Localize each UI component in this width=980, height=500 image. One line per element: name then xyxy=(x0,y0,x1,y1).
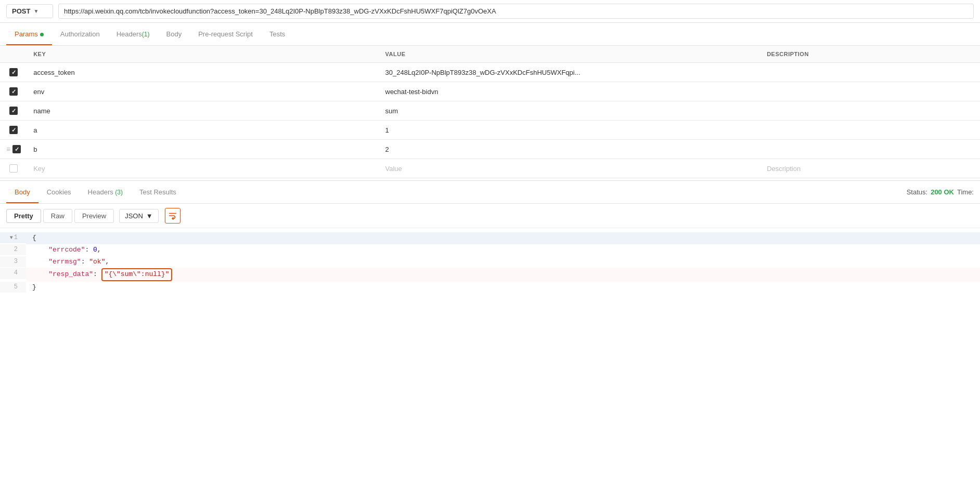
row-4-value[interactable]: 2 xyxy=(379,140,761,159)
table-row: env wechat-test-bidvn xyxy=(0,82,980,101)
response-tab-test-results[interactable]: Test Results xyxy=(131,181,185,203)
format-type-arrow: ▼ xyxy=(146,212,153,220)
table-row: name sum xyxy=(0,101,980,121)
unchecked-checkbox[interactable] xyxy=(9,164,18,173)
line-content-4: "resp_data": "{\"sum\":null}" xyxy=(26,268,980,282)
format-pretty-button[interactable]: Pretty xyxy=(6,209,41,223)
row-4-checkbox-cell: ≡ xyxy=(0,140,27,159)
row-2-checkbox-cell xyxy=(0,101,27,121)
params-table: KEY VALUE DESCRIPTION access_token 30_24… xyxy=(0,46,980,178)
row-3-key[interactable]: a xyxy=(27,121,379,140)
status-area: Status: 200 OK Time: xyxy=(907,188,974,196)
resp-data-highlight-box: "{\"sum\":null}" xyxy=(101,268,173,281)
table-row: Key Value Description xyxy=(0,159,980,178)
format-raw-button[interactable]: Raw xyxy=(43,209,72,223)
col-header-value: VALUE xyxy=(379,46,761,63)
row-value-placeholder[interactable]: Value xyxy=(379,159,761,178)
format-type-dropdown[interactable]: JSON ▼ xyxy=(119,209,159,223)
line-content-2: "errcode": 0, xyxy=(26,244,980,256)
row-1-description[interactable] xyxy=(760,82,980,101)
checked-checkbox-2[interactable] xyxy=(9,107,18,115)
line-num-3: 3 xyxy=(0,256,26,267)
code-line-1: ▼ 1 { xyxy=(0,232,980,244)
col-header-description: DESCRIPTION xyxy=(760,46,980,63)
tab-headers[interactable]: Headers(1) xyxy=(108,23,158,45)
row-2-key[interactable]: name xyxy=(27,101,379,121)
response-section: Body Cookies Headers (3) Test Results St… xyxy=(0,180,980,298)
row-3-value[interactable]: 1 xyxy=(379,121,761,140)
tab-body[interactable]: Body xyxy=(158,23,190,45)
tab-params[interactable]: Params xyxy=(6,23,52,45)
params-dot xyxy=(40,33,44,36)
status-value: 200 OK xyxy=(931,188,954,196)
row-0-key[interactable]: access_token xyxy=(27,63,379,82)
url-input[interactable] xyxy=(58,4,974,19)
table-row: a 1 xyxy=(0,121,980,140)
format-preview-button[interactable]: Preview xyxy=(74,209,114,223)
response-tab-body[interactable]: Body xyxy=(6,181,38,203)
response-tabs-row: Body Cookies Headers (3) Test Results St… xyxy=(0,181,980,204)
row-1-value[interactable]: wechat-test-bidvn xyxy=(379,82,761,101)
tab-authorization[interactable]: Authorization xyxy=(52,23,108,45)
col-header-checkbox xyxy=(0,46,27,63)
row-key-placeholder[interactable]: Key xyxy=(27,159,379,178)
code-area: ▼ 1 { 2 "errcode": 0, 3 "errmsg": "ok", … xyxy=(0,228,980,298)
row-2-value[interactable]: sum xyxy=(379,101,761,121)
code-line-4: 4 "resp_data": "{\"sum\":null}" xyxy=(0,268,980,282)
time-label: Time: xyxy=(957,188,974,196)
row-2-description[interactable] xyxy=(760,101,980,121)
wrap-button[interactable] xyxy=(165,208,180,223)
table-row: access_token 30_248Lq2I0P-NpBlpT893z38_w… xyxy=(0,63,980,82)
format-type-label: JSON xyxy=(125,212,143,220)
collapse-arrow-1[interactable]: ▼ xyxy=(10,234,13,242)
format-bar: Pretty Raw Preview JSON ▼ xyxy=(0,204,980,228)
headers-badge: (1) xyxy=(142,31,150,38)
method-selector[interactable]: POST ▼ xyxy=(6,4,53,18)
checked-checkbox-3[interactable] xyxy=(9,126,18,134)
row-0-description[interactable] xyxy=(760,63,980,82)
line-num-1: ▼ 1 xyxy=(0,232,26,243)
row-0-value[interactable]: 30_248Lq2I0P-NpBlpT893z38_wDG-zVXxKDcFsh… xyxy=(379,63,761,82)
line-content-3: "errmsg": "ok", xyxy=(26,256,980,268)
wrap-icon xyxy=(168,211,177,220)
response-tab-headers[interactable]: Headers (3) xyxy=(80,181,131,203)
request-tabs-row: Params Authorization Headers(1) Body Pre… xyxy=(0,23,980,46)
line-content-5: } xyxy=(26,282,980,294)
checked-checkbox-0[interactable] xyxy=(9,68,18,76)
checked-checkbox-1[interactable] xyxy=(9,87,18,96)
checked-checkbox-4[interactable] xyxy=(12,145,21,153)
table-row: ≡ b 2 xyxy=(0,140,980,159)
status-label: Status: xyxy=(907,188,927,196)
row-checkbox-cell xyxy=(0,159,27,178)
col-header-key: KEY xyxy=(27,46,379,63)
tab-pre-request-script[interactable]: Pre-request Script xyxy=(190,23,261,45)
code-line-2: 2 "errcode": 0, xyxy=(0,244,980,256)
row-3-description[interactable] xyxy=(760,121,980,140)
line-num-4: 4 xyxy=(0,268,26,279)
row-desc-placeholder[interactable]: Description xyxy=(760,159,980,178)
response-tab-cookies[interactable]: Cookies xyxy=(38,181,80,203)
row-4-key[interactable]: b xyxy=(27,140,379,159)
response-headers-badge: (3) xyxy=(115,189,123,196)
method-label: POST xyxy=(12,7,30,15)
method-arrow: ▼ xyxy=(33,8,47,14)
row-4-description[interactable] xyxy=(760,140,980,159)
code-line-5: 5 } xyxy=(0,282,980,294)
tab-tests[interactable]: Tests xyxy=(261,23,293,45)
line-content-1: { xyxy=(26,232,980,244)
drag-handle[interactable]: ≡ xyxy=(6,145,10,153)
line-num-2: 2 xyxy=(0,244,26,255)
code-line-3: 3 "errmsg": "ok", xyxy=(0,256,980,268)
line-num-5: 5 xyxy=(0,282,26,293)
row-1-checkbox-cell xyxy=(0,82,27,101)
url-bar: POST ▼ xyxy=(0,0,980,23)
row-3-checkbox-cell xyxy=(0,121,27,140)
row-0-checkbox-cell xyxy=(0,63,27,82)
row-1-key[interactable]: env xyxy=(27,82,379,101)
